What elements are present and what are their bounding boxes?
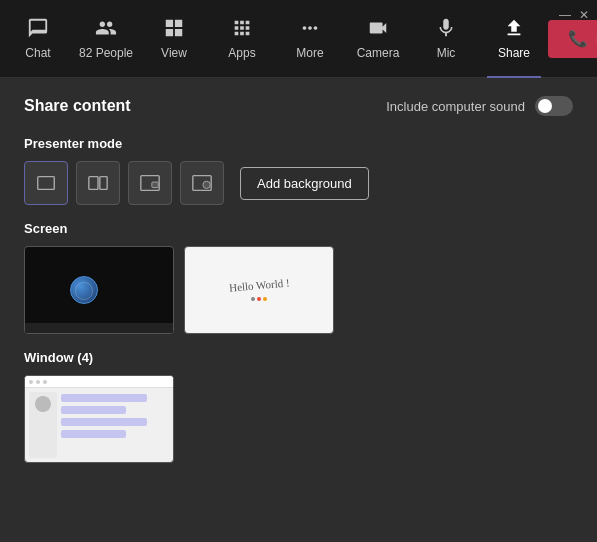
win-dot-1 (29, 380, 33, 384)
window-controls: — ✕ (559, 8, 589, 22)
win-line-3 (61, 418, 147, 426)
presenter-mode-row: Add background (24, 161, 573, 205)
sidebar-item-share[interactable]: Share (480, 0, 548, 78)
add-background-button[interactable]: Add background (240, 167, 369, 200)
close-icon[interactable]: ✕ (579, 8, 589, 22)
presenter-mode-label: Presenter mode (24, 136, 573, 151)
globe-icon (70, 276, 98, 304)
include-sound-toggle[interactable] (535, 96, 573, 116)
dot-3 (263, 297, 267, 301)
view-icon (163, 17, 185, 42)
leave-button[interactable]: 📞 Leave (548, 20, 597, 58)
window-thumb-1[interactable] (24, 375, 174, 463)
minimize-icon[interactable]: — (559, 8, 571, 22)
chat-icon (27, 17, 49, 42)
sidebar-item-people[interactable]: 82 People (72, 0, 140, 78)
camera-label: Camera (357, 46, 400, 60)
screen-section-label: Screen (24, 221, 573, 236)
sidebar-item-more[interactable]: More (276, 0, 344, 78)
dot-1 (251, 297, 255, 301)
win-line-4 (61, 430, 126, 438)
share-panel: Share content Include computer sound Pre… (0, 78, 597, 542)
window-grid (24, 375, 573, 463)
screen-grid: Hello World ! (24, 246, 573, 334)
screen-thumb-1[interactable] (24, 246, 174, 334)
more-label: More (296, 46, 323, 60)
phone-icon: 📞 (568, 29, 588, 48)
sidebar-item-view[interactable]: View (140, 0, 208, 78)
chat-label: Chat (25, 46, 50, 60)
svg-rect-4 (152, 182, 158, 188)
win-dot-3 (43, 380, 47, 384)
win-content-mini (61, 392, 169, 458)
side-by-side-icon (87, 172, 109, 194)
apps-label: Apps (228, 46, 255, 60)
panel-header: Share content Include computer sound (24, 96, 573, 116)
svg-rect-1 (89, 177, 98, 190)
win-sidebar-icon (35, 396, 51, 412)
win-dot-2 (36, 380, 40, 384)
camera-icon (367, 17, 389, 42)
sidebar-item-mic[interactable]: Mic (412, 0, 480, 78)
dot-2 (257, 297, 261, 301)
mic-icon (435, 17, 457, 42)
nav-bar: Chat 82 People View Apps More Camera (0, 0, 597, 78)
presenter-mode-btn-4[interactable] (180, 161, 224, 205)
presenter-mode-btn-1[interactable] (24, 161, 68, 205)
presenter-mode-section: Presenter mode Add background (24, 136, 573, 205)
more-icon (299, 17, 321, 42)
win-line-1 (61, 394, 147, 402)
sidebar-item-apps[interactable]: Apps (208, 0, 276, 78)
people-icon (95, 17, 117, 42)
presenter-mode-btn-3[interactable] (128, 161, 172, 205)
svg-point-6 (203, 181, 210, 188)
share-label: Share (498, 46, 530, 60)
mini-dots (251, 297, 267, 301)
screen-thumb-2[interactable]: Hello World ! (184, 246, 334, 334)
window-section-label: Window (4) (24, 350, 573, 365)
win-title-bar (25, 376, 173, 388)
share-icon (503, 17, 525, 42)
taskbar (25, 323, 173, 333)
win-sidebar-mini (29, 392, 57, 458)
sidebar-item-camera[interactable]: Camera (344, 0, 412, 78)
window-section: Window (4) (24, 350, 573, 463)
sidebar-item-chat[interactable]: Chat (4, 0, 72, 78)
reporter-icon (139, 172, 161, 194)
svg-rect-0 (38, 177, 55, 190)
panel-title: Share content (24, 97, 131, 115)
handwriting-text: Hello World ! (228, 276, 289, 293)
win-line-2 (61, 406, 126, 414)
apps-icon (231, 17, 253, 42)
include-sound-control: Include computer sound (386, 96, 573, 116)
win-body (25, 388, 173, 462)
content-only-icon (35, 172, 57, 194)
people-label: 82 People (79, 46, 133, 60)
presenter-mode-btn-2[interactable] (76, 161, 120, 205)
screen-section: Screen Hello World ! (24, 221, 573, 334)
view-label: View (161, 46, 187, 60)
mic-label: Mic (437, 46, 456, 60)
standout-icon (191, 172, 213, 194)
include-sound-label: Include computer sound (386, 99, 525, 114)
svg-rect-2 (100, 177, 107, 190)
